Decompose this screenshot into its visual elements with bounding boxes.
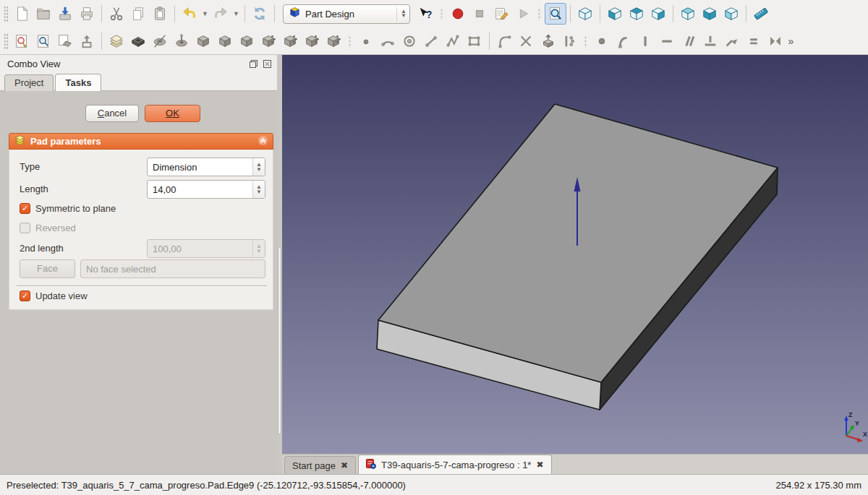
pad-parameters-header[interactable]: Pad parameters bbox=[9, 133, 273, 150]
chamfer-icon[interactable] bbox=[214, 30, 236, 52]
save-document-icon[interactable] bbox=[54, 3, 76, 25]
constraint-tangent-icon[interactable] bbox=[721, 30, 743, 52]
close-tab-icon[interactable]: ✖ bbox=[536, 460, 543, 470]
3d-viewport[interactable]: Z Y X bbox=[282, 55, 868, 454]
revolution-icon[interactable] bbox=[149, 30, 171, 52]
view-top-icon[interactable] bbox=[626, 3, 647, 25]
geo-circle-icon[interactable] bbox=[399, 30, 420, 52]
pattern-linear-icon[interactable] bbox=[279, 30, 301, 52]
toolbar-drag-handle[interactable] bbox=[4, 33, 9, 49]
new-document-icon[interactable] bbox=[11, 3, 33, 25]
toolbar-partdesign-sketcher: » bbox=[0, 27, 868, 55]
pattern-polar-icon[interactable] bbox=[301, 30, 323, 52]
constraint-parallel-icon[interactable] bbox=[678, 30, 699, 52]
toolbar-group-separator bbox=[537, 7, 542, 20]
trim-edge-icon[interactable] bbox=[515, 30, 537, 52]
freecad-window: ▼▼Part Design▲▼? » Combo View Project Ta… bbox=[0, 0, 868, 495]
geo-polyline-icon[interactable] bbox=[442, 30, 464, 52]
type-select[interactable]: Dimension ▲▼ bbox=[147, 158, 265, 176]
combo-view-titlebar: Combo View bbox=[0, 55, 277, 73]
macro-stop-icon[interactable] bbox=[469, 3, 490, 25]
sketch-view-icon[interactable] bbox=[33, 30, 54, 52]
toolbar-separator bbox=[274, 5, 275, 22]
undo-history-caret[interactable]: ▼ bbox=[200, 3, 210, 25]
pocket-icon[interactable] bbox=[127, 30, 149, 52]
3d-scene: Z Y X bbox=[282, 55, 868, 454]
symmetric-to-plane-checkbox[interactable]: ✓ Symmetric to plane bbox=[20, 203, 116, 214]
sketch-map-to-face-icon[interactable] bbox=[54, 30, 76, 52]
refresh-icon[interactable] bbox=[249, 3, 271, 25]
print-icon[interactable] bbox=[76, 3, 98, 25]
macro-record-icon[interactable] bbox=[447, 3, 469, 25]
view-left-icon[interactable] bbox=[720, 3, 742, 25]
sketch-new-icon[interactable] bbox=[11, 30, 33, 52]
view-right-icon[interactable] bbox=[647, 3, 669, 25]
tab-start-page[interactable]: Start page ✖ bbox=[284, 456, 356, 474]
geo-rectangle-icon[interactable] bbox=[464, 30, 485, 52]
checkbox-checked-icon: ✓ bbox=[20, 203, 30, 214]
view-bottom-icon[interactable] bbox=[699, 3, 720, 25]
view-rear-icon[interactable] bbox=[677, 3, 699, 25]
measure-distance-icon[interactable] bbox=[750, 3, 772, 25]
constraint-equal-icon[interactable] bbox=[743, 30, 765, 52]
workbench-selector-value: Part Design bbox=[305, 9, 392, 20]
collapse-section-icon[interactable] bbox=[258, 135, 268, 148]
status-bar: Preselected: T39_aquaris_5_7_cama_progre… bbox=[0, 474, 868, 495]
toolbar-separator bbox=[746, 5, 746, 22]
view-isometric-icon[interactable] bbox=[574, 3, 596, 25]
macro-edit-icon[interactable] bbox=[490, 3, 512, 25]
length-input[interactable]: 14,00 ▲▼ bbox=[147, 180, 265, 199]
constraint-symmetric-icon[interactable] bbox=[765, 30, 786, 52]
ok-button[interactable]: OK bbox=[145, 105, 200, 122]
multitransform-icon[interactable] bbox=[323, 30, 344, 52]
pad-parameters-body: Type Dimension ▲▼ Length 14,00 ▲▼ ✓ Symm… bbox=[9, 150, 273, 310]
panel-close-icon[interactable] bbox=[262, 59, 273, 69]
redo-history-caret[interactable]: ▼ bbox=[231, 3, 241, 25]
workbench-selector[interactable]: Part Design▲▼ bbox=[283, 4, 410, 24]
groove-icon[interactable] bbox=[171, 30, 192, 52]
pad-icon[interactable] bbox=[106, 30, 127, 52]
length-spinner[interactable]: ▲▼ bbox=[252, 181, 265, 198]
draft-icon[interactable] bbox=[236, 30, 258, 52]
panel-splitter[interactable] bbox=[277, 55, 282, 474]
pattern-mirrored-icon[interactable] bbox=[258, 30, 279, 52]
toolbar-overflow[interactable]: » bbox=[786, 30, 796, 52]
checkbox-checked-icon: ✓ bbox=[20, 290, 30, 301]
redo-icon[interactable] bbox=[210, 3, 231, 25]
geo-arc-icon[interactable] bbox=[377, 30, 399, 52]
geo-line-icon[interactable] bbox=[420, 30, 442, 52]
geo-point-icon[interactable] bbox=[355, 30, 377, 52]
sketch-leave-icon[interactable] bbox=[76, 30, 98, 52]
constraint-vertical-icon[interactable] bbox=[634, 30, 656, 52]
workbench-selector-arrows[interactable]: ▲▼ bbox=[396, 7, 407, 21]
fillet-icon[interactable] bbox=[192, 30, 214, 52]
toolbar-separator bbox=[673, 5, 673, 22]
sketch-fillet-icon[interactable] bbox=[493, 30, 515, 52]
toolbar-drag-handle[interactable] bbox=[4, 6, 9, 22]
fit-all-icon[interactable] bbox=[545, 3, 566, 25]
carbon-copy-icon[interactable] bbox=[558, 30, 580, 52]
close-tab-icon[interactable]: ✖ bbox=[341, 460, 348, 470]
macro-play-icon[interactable] bbox=[512, 3, 534, 25]
panel-float-icon[interactable] bbox=[248, 59, 259, 69]
open-document-icon[interactable] bbox=[33, 3, 54, 25]
external-geometry-icon[interactable] bbox=[537, 30, 558, 52]
undo-icon[interactable] bbox=[179, 3, 200, 25]
splitter-handle[interactable] bbox=[278, 246, 281, 434]
whats-this-icon[interactable]: ? bbox=[414, 3, 436, 25]
tab-project[interactable]: Project bbox=[4, 74, 54, 91]
view-front-icon[interactable] bbox=[604, 3, 626, 25]
tab-tasks[interactable]: Tasks bbox=[55, 74, 101, 91]
constraint-point-on-object-icon[interactable] bbox=[613, 30, 634, 52]
constraint-coincident-icon[interactable] bbox=[591, 30, 613, 52]
paste-icon[interactable] bbox=[149, 3, 171, 25]
cut-icon[interactable] bbox=[106, 3, 127, 25]
constraint-perpendicular-icon[interactable] bbox=[699, 30, 721, 52]
tab-document[interactable]: T39-aquaris-5-7-cama-progreso : 1* ✖ bbox=[358, 455, 551, 474]
copy-icon[interactable] bbox=[127, 3, 149, 25]
toolbar-separator bbox=[489, 33, 490, 50]
constraint-horizontal-icon[interactable] bbox=[656, 30, 678, 52]
type-select-arrows[interactable]: ▲▼ bbox=[252, 158, 265, 176]
update-view-checkbox[interactable]: ✓ Update view bbox=[20, 290, 88, 301]
cancel-button[interactable]: Cancel bbox=[85, 105, 139, 122]
